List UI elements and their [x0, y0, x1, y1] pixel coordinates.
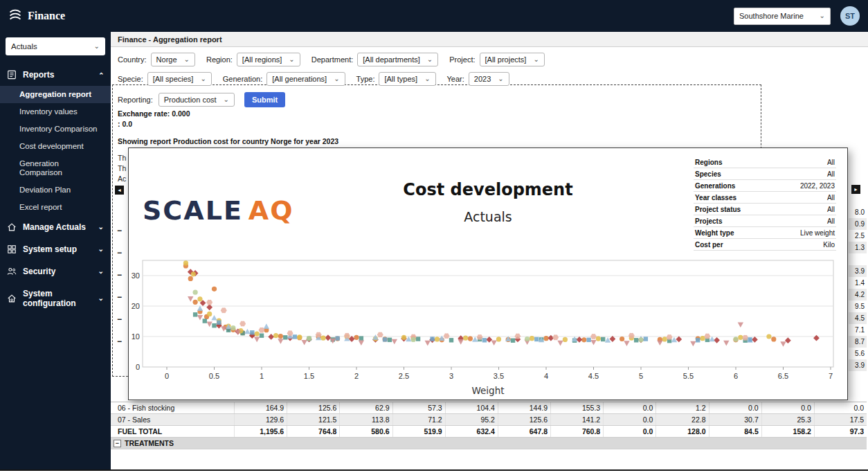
- sidebar-item-excel-report[interactable]: Excel report: [0, 199, 111, 216]
- table-cell: 647.8: [498, 426, 550, 437]
- chevron-down-icon: ⌄: [533, 56, 539, 63]
- view-selector[interactable]: Actuals ⌄: [6, 37, 105, 55]
- table-cell: 0.0: [761, 402, 814, 413]
- collapse-icon[interactable]: −: [117, 338, 122, 345]
- chevron-down-icon: ⌄: [98, 268, 104, 275]
- svg-text:2.5: 2.5: [399, 372, 409, 380]
- sidebar-item-label: System configuration: [23, 289, 92, 308]
- sidebar-item-manage-actuals[interactable]: Manage Actuals⌄: [0, 216, 111, 238]
- partial-cell: 4.2: [849, 289, 867, 301]
- sidebar-item-cost-development[interactable]: Cost development: [0, 138, 111, 155]
- chevron-down-icon: ⌄: [184, 56, 190, 63]
- sidebar-item-system-configuration[interactable]: System configuration⌄: [0, 283, 111, 314]
- obscured-text: Th: [118, 154, 126, 162]
- partial-cell: [849, 253, 867, 265]
- chevron-down-icon: ⌄: [427, 56, 433, 63]
- submit-button[interactable]: Submit: [244, 92, 285, 107]
- partial-cell: 3.9: [849, 265, 867, 277]
- type-label: Type:: [356, 75, 375, 83]
- partial-right-column: 8.00.92.51.33.91.44.29.54.57.18.75.63.9: [849, 206, 867, 371]
- chevron-down-icon: ⌄: [98, 224, 104, 231]
- exchange-rate-text-2: : 0.0: [118, 120, 132, 128]
- scroll-right-button[interactable]: ►: [851, 185, 860, 194]
- collapse-icon[interactable]: −: [117, 316, 122, 323]
- table-cell: 62.9: [339, 402, 392, 413]
- meta-key: Generations: [694, 180, 774, 192]
- topbar-right: Southshore Marine ⌄ ST: [734, 6, 860, 26]
- sidebar-item-generation-comparison[interactable]: Generation Comparison: [0, 155, 111, 181]
- table-cell: 519.9: [392, 426, 445, 437]
- table-cell: 95.2: [445, 414, 498, 425]
- country-select-value: Norge: [156, 55, 177, 64]
- sidebar-item-inventory-comparison[interactable]: Inventory Comparison: [0, 120, 111, 138]
- cost-table: 06 - Fish stocking164.9125.662.957.3104.…: [111, 402, 867, 449]
- report-meta-table: RegionsAllSpeciesAllGenerations2022, 202…: [694, 156, 836, 251]
- meta-row: Year classesAll: [694, 192, 836, 204]
- sidebar-item-reports[interactable]: Reports⌄: [0, 64, 111, 86]
- partial-cell: 9.5: [849, 301, 867, 312]
- svg-text:4.5: 4.5: [588, 372, 599, 380]
- chevron-down-icon: ⌄: [200, 75, 206, 82]
- collapse-icon[interactable]: −: [117, 271, 122, 278]
- collapse-icon[interactable]: −: [114, 440, 121, 447]
- scaleaq-logo-icon: [8, 8, 22, 24]
- home-icon: [7, 222, 17, 232]
- table-cell: 125.6: [498, 414, 550, 425]
- reporting-select[interactable]: Production cost ⌄: [159, 93, 235, 107]
- svg-text:Weight: Weight: [471, 385, 504, 396]
- collapse-icon[interactable]: −: [117, 294, 122, 301]
- partial-cell: 1.3: [849, 242, 867, 253]
- meta-row: Weight typeLive weight: [694, 227, 836, 239]
- reporting-label: Reporting:: [118, 96, 153, 104]
- specie-select[interactable]: [All species]⌄: [147, 72, 212, 86]
- region-select[interactable]: [All regions]⌄: [237, 53, 300, 66]
- reports-icon: [7, 70, 17, 80]
- sidebar-item-aggregation-report[interactable]: Aggregation report: [0, 86, 111, 103]
- table-cell: 0.0: [603, 426, 655, 437]
- type-select[interactable]: [All types]⌄: [379, 72, 435, 86]
- partial-cell: 5.6: [849, 348, 867, 359]
- table-cell: 164.9: [234, 402, 287, 413]
- table-cell: 22.8: [655, 414, 708, 425]
- scroll-left-button[interactable]: ◄: [115, 186, 124, 195]
- partial-cell: 2.5: [849, 230, 867, 242]
- chevron-down-icon: ⌄: [424, 75, 430, 82]
- meta-row: SpeciesAll: [694, 168, 836, 180]
- sidebar-item-inventory-values[interactable]: Inventory values: [0, 103, 111, 120]
- year-select[interactable]: 2023⌄: [469, 72, 509, 86]
- avatar[interactable]: ST: [840, 6, 860, 26]
- sidebar-item-deviation-plan[interactable]: Deviation Plan: [0, 181, 111, 199]
- table-cell: 632.4: [445, 426, 498, 437]
- sidebar-item-system-setup[interactable]: System setup⌄: [0, 238, 111, 260]
- table-cell: 97.3: [814, 426, 867, 437]
- chevron-down-icon: ⌄: [334, 75, 339, 82]
- table-cell: 760.8: [550, 426, 603, 437]
- collapse-icon[interactable]: −: [117, 227, 122, 234]
- meta-row: Project statusAll: [694, 204, 836, 215]
- chevron-down-icon: ⌄: [98, 295, 104, 302]
- project-label: Project:: [449, 55, 475, 64]
- partial-cell: 4.5: [849, 312, 867, 324]
- meta-row: ProjectsAll: [694, 215, 836, 227]
- table-cell: 764.8: [287, 426, 339, 437]
- meta-value: All: [774, 168, 836, 180]
- showing-report-text: Showing report Production cost for count…: [118, 137, 338, 145]
- generation-select[interactable]: [All generations]⌄: [266, 72, 345, 86]
- table-row: 07 - Sales129.6121.5113.871.295.2125.614…: [111, 414, 867, 426]
- view-selector-value: Actuals: [11, 42, 37, 51]
- table-row: −TREATMENTS: [111, 438, 867, 449]
- row-label: 07 - Sales: [111, 414, 234, 425]
- company-selector[interactable]: Southshore Marine ⌄: [734, 8, 831, 25]
- meta-value: Kilo: [774, 239, 836, 251]
- department-select[interactable]: [All departments]⌄: [357, 53, 438, 66]
- partial-cell: 3.9: [849, 359, 867, 371]
- sidebar-item-security[interactable]: Security⌄: [0, 260, 111, 283]
- meta-value: All: [774, 192, 836, 204]
- specie-label: Specie:: [118, 75, 143, 83]
- main-content: Finance - Aggregation report Country:Nor…: [111, 32, 868, 469]
- meta-value: Live weight: [774, 227, 836, 239]
- project-select[interactable]: [All projects]⌄: [480, 53, 545, 66]
- collapse-icon[interactable]: −: [117, 249, 122, 256]
- country-select[interactable]: Norge⌄: [151, 53, 195, 66]
- svg-text:3: 3: [449, 372, 453, 380]
